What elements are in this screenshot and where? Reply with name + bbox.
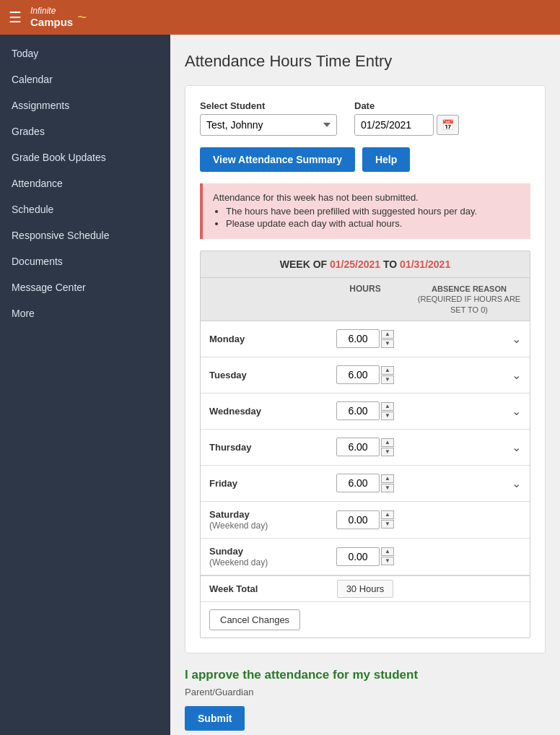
tuesday-absence-cell: ⌄	[408, 364, 530, 386]
monday-spin-down[interactable]: ▼	[381, 339, 394, 348]
sidebar-item-today[interactable]: Today	[0, 40, 170, 66]
table-row: Sunday(Weekend day) ▲ ▼	[201, 539, 530, 575]
friday-spin-btns: ▲ ▼	[381, 474, 394, 492]
submit-button[interactable]: Submit	[185, 706, 245, 731]
student-group: Select Student Test, Johnny	[200, 100, 337, 136]
form-row: Select Student Test, Johnny Date 📅	[200, 100, 530, 136]
thursday-spin-up[interactable]: ▲	[381, 438, 394, 447]
calendar-icon[interactable]: 📅	[437, 115, 459, 135]
monday-absence-dropdown[interactable]: ⌄	[512, 332, 521, 346]
sidebar-item-assignments[interactable]: Assignments	[0, 92, 170, 118]
app-logo: Infinite Campus ~	[30, 6, 87, 29]
date-label: Date	[354, 100, 459, 111]
tuesday-spin-btns: ▲ ▼	[381, 366, 394, 384]
thursday-spin-down[interactable]: ▼	[381, 448, 394, 456]
main-content: Attendance Hours Time Entry Select Stude…	[170, 35, 560, 735]
alert-bullet-1: The hours have been prefilled with sugge…	[226, 206, 520, 217]
sidebar: Today Calendar Assignments Grades Grade …	[0, 35, 170, 735]
week-total-amount: 30 Hours	[337, 580, 394, 598]
sidebar-item-schedule[interactable]: Schedule	[0, 196, 170, 222]
tuesday-absence-dropdown[interactable]: ⌄	[512, 368, 521, 382]
week-total-label: Week Total	[201, 576, 322, 601]
approval-sub: Parent/Guardian	[185, 687, 546, 697]
monday-spin-up[interactable]: ▲	[381, 330, 394, 339]
date-input[interactable]	[354, 114, 434, 136]
table-row: Friday ▲ ▼ ⌄	[201, 466, 530, 502]
week-header-prefix: WEEK OF	[280, 258, 330, 270]
friday-hours-input[interactable]	[336, 474, 380, 492]
app-header: ☰ Infinite Campus ~	[0, 0, 560, 35]
wednesday-hours-input[interactable]	[336, 401, 380, 420]
sunday-spin-btns: ▲ ▼	[381, 547, 394, 565]
cancel-changes-button[interactable]: Cancel Changes	[209, 609, 300, 630]
saturday-spin-btns: ▲ ▼	[381, 510, 394, 529]
help-button[interactable]: Help	[362, 147, 410, 172]
table-row: Saturday(Weekend day) ▲ ▼	[201, 502, 530, 539]
week-start-date: 01/25/2021	[330, 258, 380, 270]
sidebar-item-responsive-schedule[interactable]: Responsive Schedule	[0, 222, 170, 248]
hamburger-menu-icon[interactable]: ☰	[9, 9, 22, 26]
week-header: WEEK OF 01/25/2021 TO 01/31/2021	[201, 251, 530, 278]
col-absence-header: ABSENCE REASON(REQUIRED IF HOURS ARE SET…	[408, 278, 530, 321]
tuesday-hours-input[interactable]	[336, 365, 380, 384]
sidebar-item-more[interactable]: More	[0, 300, 170, 326]
button-row: View Attendance Summary Help	[200, 147, 530, 172]
day-sunday-label: Sunday(Weekend day)	[201, 539, 322, 575]
friday-spin-down[interactable]: ▼	[381, 484, 394, 492]
sidebar-item-grades[interactable]: Grades	[0, 118, 170, 144]
sidebar-item-message-center[interactable]: Message Center	[0, 274, 170, 300]
week-total-value: 30 Hours	[322, 576, 408, 601]
logo-swoosh-icon: ~	[77, 8, 87, 27]
friday-absence-cell: ⌄	[408, 472, 530, 495]
wednesday-spin-down[interactable]: ▼	[381, 412, 394, 420]
day-monday-label: Monday	[201, 326, 322, 352]
week-header-to: TO	[380, 258, 400, 270]
sunday-absence-cell	[408, 552, 530, 561]
wednesday-spin-btns: ▲ ▼	[381, 402, 394, 420]
page-title: Attendance Hours Time Entry	[185, 52, 546, 71]
friday-spin-up[interactable]: ▲	[381, 474, 394, 483]
monday-hours-cell: ▲ ▼	[322, 325, 408, 352]
alert-bullet-2: Please update each day with actual hours…	[226, 218, 520, 229]
saturday-spin-down[interactable]: ▼	[381, 520, 394, 529]
sidebar-item-calendar[interactable]: Calendar	[0, 66, 170, 92]
sidebar-item-attendance[interactable]: Attendance	[0, 170, 170, 196]
sidebar-item-documents[interactable]: Documents	[0, 248, 170, 274]
friday-absence-dropdown[interactable]: ⌄	[512, 477, 521, 490]
cancel-row: Cancel Changes	[201, 601, 530, 638]
approval-section: I approve the attendance for my student …	[185, 668, 546, 731]
friday-hours-cell: ▲ ▼	[322, 469, 408, 497]
attendance-form-card: Select Student Test, Johnny Date 📅 View …	[185, 85, 546, 653]
day-thursday-label: Thursday	[201, 435, 322, 460]
day-tuesday-label: Tuesday	[201, 362, 322, 388]
wednesday-spin-up[interactable]: ▲	[381, 402, 394, 411]
week-table: WEEK OF 01/25/2021 TO 01/31/2021 HOURS A…	[200, 251, 530, 638]
table-row: Tuesday ▲ ▼ ⌄	[201, 357, 530, 393]
tuesday-spin-down[interactable]: ▼	[381, 375, 394, 384]
view-attendance-button[interactable]: View Attendance Summary	[200, 147, 355, 172]
tuesday-hours-cell: ▲ ▼	[322, 361, 408, 388]
sunday-hours-cell: ▲ ▼	[322, 543, 408, 570]
saturday-spin-up[interactable]: ▲	[381, 510, 394, 519]
approval-title: I approve the attendance for my student	[185, 668, 546, 682]
table-row: Monday ▲ ▼ ⌄	[201, 321, 530, 357]
thursday-hours-input[interactable]	[336, 438, 380, 456]
sidebar-item-grade-book-updates[interactable]: Grade Book Updates	[0, 144, 170, 170]
sunday-spin-down[interactable]: ▼	[381, 557, 394, 565]
wednesday-absence-dropdown[interactable]: ⌄	[512, 404, 521, 418]
student-label: Select Student	[200, 100, 337, 111]
thursday-absence-cell: ⌄	[408, 436, 530, 458]
student-select[interactable]: Test, Johnny	[200, 114, 337, 136]
monday-hours-input[interactable]	[336, 329, 380, 348]
thursday-absence-dropdown[interactable]: ⌄	[512, 440, 521, 454]
sunday-spin-up[interactable]: ▲	[381, 547, 394, 556]
thursday-hours-cell: ▲ ▼	[322, 433, 408, 461]
week-total-empty	[408, 576, 530, 601]
tuesday-spin-up[interactable]: ▲	[381, 366, 394, 375]
sunday-hours-input[interactable]	[336, 547, 380, 566]
col-headers: HOURS ABSENCE REASON(REQUIRED IF HOURS A…	[201, 278, 530, 321]
date-group: Date 📅	[354, 100, 459, 136]
app-body: Today Calendar Assignments Grades Grade …	[0, 35, 560, 735]
saturday-hours-input[interactable]	[336, 510, 380, 529]
saturday-absence-cell	[408, 516, 530, 524]
